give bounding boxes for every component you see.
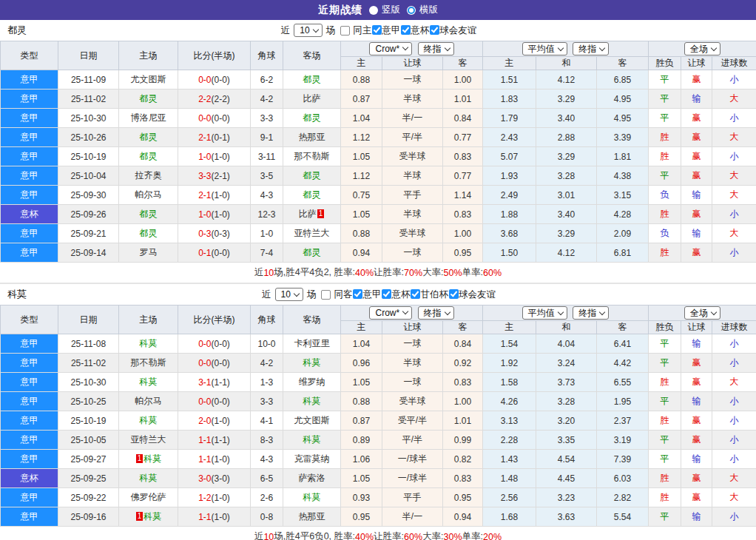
- asia-away-odds: 0.77: [443, 166, 483, 186]
- home-team-cell: 1科莫: [119, 450, 178, 469]
- asia-handicap: 半/一: [382, 109, 443, 128]
- euro-away-odds: 3.19: [597, 431, 649, 450]
- league-checkbox-checked[interactable]: [449, 289, 459, 299]
- red-card-badge: 1: [317, 209, 325, 218]
- league-checkbox-checked[interactable]: [430, 25, 439, 35]
- euro-draw-odds: 3.35: [536, 431, 597, 450]
- corner-cell: 7-4: [251, 243, 283, 263]
- chevron-down-icon: [444, 309, 450, 315]
- euro-home-odds: 5.07: [483, 147, 536, 166]
- final-index-select-2[interactable]: 终指: [573, 306, 609, 320]
- asia-away-odds: 1.14: [443, 186, 483, 205]
- asia-away-odds: 0.83: [443, 373, 483, 392]
- home-team-cell: 罗马: [119, 243, 178, 263]
- asia-home-odds: 0.88: [341, 70, 382, 90]
- euro-draw-odds: 4.54: [536, 450, 597, 469]
- result-handicap: 输: [681, 224, 712, 243]
- chevron-down-icon: [402, 44, 408, 50]
- result-goals: 小: [712, 243, 756, 263]
- euro-home-odds: 1.79: [483, 109, 536, 128]
- summary-text: 单率:: [462, 530, 483, 540]
- corner-cell: 3-3: [251, 109, 283, 128]
- final-index-select[interactable]: 终指: [418, 306, 454, 320]
- corner-cell: 4-2: [251, 90, 283, 109]
- fulltime-score: 1-1: [198, 454, 211, 465]
- euro-draw-odds: 4.12: [536, 70, 597, 90]
- league-type-cell: 意甲: [1, 373, 58, 392]
- result-goals: 大: [712, 373, 756, 392]
- summary-text: 50%: [444, 268, 462, 278]
- league-type-cell: 意甲: [1, 431, 58, 450]
- match-date: 25-09-30: [58, 186, 119, 205]
- corner-cell: 3-5: [251, 166, 283, 186]
- euro-home-odds: 2.49: [483, 186, 536, 205]
- result-handicap: 赢: [681, 205, 712, 224]
- euro-draw-odds: 3.63: [536, 507, 597, 527]
- league-checkbox-checked[interactable]: [411, 289, 420, 299]
- team-name-text: 都灵: [303, 112, 321, 123]
- result-outcome: 负: [649, 186, 681, 205]
- result-handicap: 赢: [681, 128, 712, 147]
- league-checkbox-checked[interactable]: [372, 25, 382, 35]
- recent-count-select[interactable]: 10: [275, 288, 303, 301]
- match-row: 意甲25-10-30博洛尼亚0-0(0-0)3-3都灵1.04半/一0.841.…: [1, 109, 756, 128]
- layout-radio-horizontal[interactable]: 横版: [407, 4, 438, 16]
- league-checkbox-checked[interactable]: [401, 25, 411, 35]
- chevron-down-icon: [312, 26, 318, 32]
- asia-away-odds: 1.00: [443, 224, 483, 243]
- chevron-down-icon: [558, 44, 564, 50]
- same-venue-checkbox[interactable]: [321, 290, 331, 300]
- euro-home-odds: 1.83: [483, 90, 536, 109]
- average-select[interactable]: 平均值: [522, 306, 567, 320]
- bookmaker-select[interactable]: Crow*: [369, 42, 412, 55]
- same-venue-checkbox[interactable]: [340, 26, 350, 36]
- asia-away-odds: 0.84: [443, 109, 483, 128]
- scope-select[interactable]: 全场: [684, 42, 720, 55]
- final-index-select[interactable]: 终指: [418, 42, 454, 55]
- result-handicap: 赢: [681, 411, 712, 431]
- same-venue-label: 同客: [334, 288, 352, 301]
- team-name-text: 都灵: [303, 189, 321, 200]
- team-name-text: 热那亚: [299, 132, 325, 142]
- result-goals: 大: [712, 488, 756, 507]
- euro-draw-odds: 3.28: [536, 392, 597, 411]
- asia-home-odds: 1.05: [341, 373, 382, 392]
- summary-text: 40%: [355, 532, 374, 540]
- league-checkbox-checked[interactable]: [382, 289, 391, 299]
- result-handicap: 输: [681, 186, 712, 205]
- result-outcome-col: 胜负: [649, 321, 681, 334]
- team-name-text: 科莫: [303, 434, 321, 445]
- league-filters: 意甲意杯球会友谊: [372, 24, 477, 37]
- average-select[interactable]: 平均值: [522, 42, 567, 55]
- euro-home-odds: 3.13: [483, 411, 536, 431]
- asia-handicap: 一球: [382, 334, 443, 354]
- league-filter: 意甲: [372, 25, 401, 36]
- league-label: 意甲: [362, 289, 381, 300]
- result-handicap: 赢: [681, 431, 712, 450]
- asia-away-odds: 1.01: [443, 90, 483, 109]
- fulltime-score: 0-3: [198, 229, 211, 239]
- match-row: 意甲25-10-05亚特兰大1-1(1-1)8-3科莫0.89平/半0.992.…: [1, 431, 756, 450]
- asia-odds-group-header: Crow* 终指: [341, 306, 483, 321]
- recent-count-select[interactable]: 10: [294, 24, 322, 37]
- layout-radio-vertical[interactable]: 竖版: [369, 4, 400, 16]
- summary-text: 30%: [444, 532, 462, 540]
- radio-selected-icon: [369, 6, 378, 15]
- match-date: 25-09-22: [58, 488, 119, 507]
- match-date: 25-11-02: [58, 354, 119, 373]
- euro-away-odds: 3.39: [597, 128, 649, 147]
- final-index-select-2[interactable]: 终指: [573, 42, 609, 55]
- corner-cell: 10-0: [251, 334, 283, 354]
- bookmaker-select[interactable]: Crow*: [369, 306, 412, 320]
- league-type-cell: 意甲: [1, 354, 58, 373]
- asia-away-odds: 0.95: [443, 243, 483, 263]
- matches-table: 类型 日期 主场 比分(半场) 角球 客场 Crow* 终指 平均值 终指 全场: [0, 305, 756, 527]
- result-goals: 小: [712, 205, 756, 224]
- asia-handicap: 受平/半: [382, 411, 443, 431]
- league-checkbox-checked[interactable]: [353, 289, 362, 299]
- score-cell: 3-3(2-1): [178, 166, 251, 186]
- match-date: 25-09-14: [58, 243, 119, 263]
- result-handicap: 输: [681, 392, 712, 411]
- away-team-cell: 比萨: [283, 90, 341, 109]
- scope-select[interactable]: 全场: [684, 306, 720, 320]
